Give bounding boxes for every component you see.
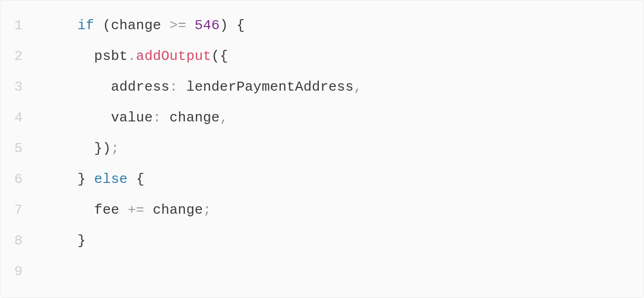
line-code: fee += change; (31, 195, 211, 225)
line-number: 8 (1, 225, 31, 256)
line-code: if (change >= 546) { (31, 10, 245, 41)
code-line: 1 if (change >= 546) { (1, 10, 643, 41)
line-code: psbt.addOutput({ (31, 41, 228, 72)
line-number: 5 (1, 133, 31, 164)
line-number: 6 (1, 164, 31, 195)
line-code: address: lenderPaymentAddress, (31, 72, 362, 102)
code-line: 7 fee += change; (1, 195, 643, 225)
code-line: 5 }); (1, 133, 643, 164)
code-line: 3 address: lenderPaymentAddress, (1, 72, 643, 102)
line-number: 2 (1, 41, 31, 72)
line-number: 9 (1, 256, 31, 287)
code-line: 8 } (1, 225, 643, 256)
line-number: 4 (1, 102, 31, 133)
line-number: 1 (1, 10, 31, 41)
code-line: 6 } else { (1, 164, 643, 195)
line-code: }); (31, 133, 119, 164)
line-number: 7 (1, 195, 31, 225)
line-code: } else { (31, 164, 145, 195)
line-number: 3 (1, 72, 31, 102)
code-line: 9 (1, 256, 643, 287)
line-code: } (31, 225, 86, 256)
line-code: value: change, (31, 102, 228, 133)
code-line: 4 value: change, (1, 102, 643, 133)
code-block: 1 if (change >= 546) { 2 psbt.addOutput(… (0, 0, 644, 298)
code-line: 2 psbt.addOutput({ (1, 41, 643, 72)
